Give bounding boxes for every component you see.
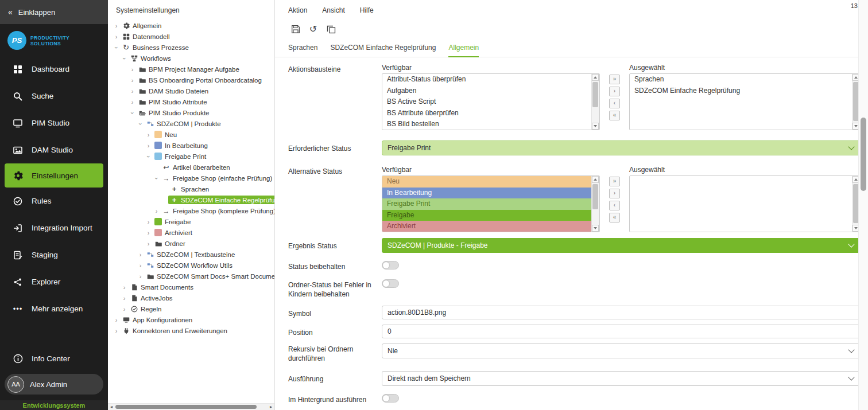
scroll-up-icon[interactable] [592,74,599,81]
sidebar-item-mehr-anzeigen[interactable]: •••Mehr anzeigen [0,295,108,322]
tree-node[interactable]: Workflows [128,54,173,63]
move-all-right-button[interactable]: » [609,177,620,186]
tree-node[interactable]: Datenmodell [120,32,172,41]
tree-node[interactable]: ↻Business Prozesse [120,43,191,52]
tree-node[interactable]: In Bearbeitung [152,141,210,150]
tree-node[interactable]: →Freigabe Shop (einfache Prüfung) [160,174,274,182]
expand-arrow-icon[interactable]: › [121,306,128,313]
copy-button[interactable] [326,24,336,35]
list-option-freigabe-print[interactable]: Freigabe Print [382,198,592,210]
tree-item-datenmodell[interactable]: ›Datenmodell [108,31,274,42]
scrollbar-thumb[interactable] [861,118,866,191]
expand-arrow-icon[interactable]: › [145,218,152,225]
tree-item-sdzecom-einfache-regelpruefung[interactable]: +SDZeCOM Einfache Regelprüfung [108,194,274,205]
menu-aktion[interactable]: Aktion [288,6,307,14]
ausfuehrung-select[interactable]: Direkt nach dem Speichern [382,371,861,386]
tree-node[interactable]: DAM Studio Dateien [136,87,211,95]
tree-item-pim-studio-attribute[interactable]: ›PIM Studio Attribute [108,96,274,107]
expand-arrow-icon[interactable]: › [113,33,120,40]
tree-item-sdzecom-workflow-utils[interactable]: ›SDZeCOM Workflow Utils [108,260,274,271]
expand-arrow-icon[interactable]: › [113,22,120,29]
collapse-arrow-icon[interactable]: › [137,120,144,127]
sidebar-item-staging[interactable]: Staging [0,241,108,268]
tab-allgemein[interactable]: Allgemein [448,44,479,57]
menu-hilfe[interactable]: Hilfe [360,6,374,14]
scrollbar-thumb[interactable] [115,405,257,409]
menu-ansicht[interactable]: Ansicht [322,6,344,14]
tree-node[interactable]: SDZeCOM | Produkte [144,119,223,128]
tree-node[interactable]: SDZeCOM Smart Docs+ Smart Documents+ Ele… [144,272,275,280]
move-right-button[interactable]: › [609,189,620,198]
erforderlicher-status-select[interactable]: Freigabe Print [382,140,861,155]
position-input[interactable] [382,325,861,338]
tree-item-bpm-project-manager-aufgabe[interactable]: ›BPM Project Manager Aufgabe [108,64,274,75]
tree-node[interactable]: SDZeCOM Workflow Utils [144,261,235,270]
collapse-arrow-icon[interactable]: › [145,153,152,160]
list-option-bs-bild-bestellen[interactable]: BS Bild bestellen [382,119,592,130]
list-option-archiviert[interactable]: Archiviert [382,221,592,232]
scroll-down-icon[interactable] [592,225,599,232]
scroll-down-icon[interactable] [592,123,599,130]
sidebar-item-einstellungen[interactable]: Einstellungen [5,163,103,188]
scroll-left-icon[interactable]: ◂ [108,404,114,409]
list-option-in-bearbeitung[interactable]: In Bearbeitung [382,188,592,199]
tree-item-app-konfigurationen[interactable]: ›App Konfigurationen [108,314,274,325]
sidebar-item-integration-import[interactable]: Integration Import [0,214,108,241]
tree-node[interactable]: ActiveJobs [128,294,175,302]
expand-arrow-icon[interactable]: › [113,327,120,334]
tree-node[interactable]: SDZeCOM | Textbausteine [144,250,237,259]
tab-sdzecom-einfache-regelpruefung[interactable]: SDZeCOM Einfache Regelprüfung [330,44,436,57]
tree-item-konnektoren-und-erweiterungen[interactable]: ›Konnektoren und Erweiterungen [108,325,274,336]
expand-arrow-icon[interactable]: › [137,262,144,269]
list-option-sdzecom-einfache-regelpruefung[interactable]: SDZeCOM Einfache Regelprüfung [630,85,852,97]
tree-node-selected[interactable]: +SDZeCOM Einfache Regelprüfung [168,196,275,204]
sidebar-item-info-center[interactable]: Info Center [0,345,108,372]
move-right-button[interactable]: › [609,87,620,96]
collapse-arrow-icon[interactable]: › [129,109,136,116]
expand-arrow-icon[interactable]: › [145,229,152,236]
tree-item-sdzecom-smart-docs-smart-documents-elen[interactable]: ›SDZeCOM Smart Docs+ Smart Documents+ El… [108,271,274,282]
status-beibehalten-toggle[interactable] [382,261,399,270]
tree-item-freigabe[interactable]: ›Freigabe [108,216,274,227]
tree-node[interactable]: Freigabe Print [152,152,208,161]
user-menu[interactable]: AA Alex Admin [5,374,103,395]
collapse-arrow-icon[interactable]: › [153,174,160,182]
tree-node[interactable]: →Freigabe Shop (komplexe Prüfung) [160,206,275,215]
tree-item-freigabe-shop-einfache-pruefung[interactable]: ›→Freigabe Shop (einfache Prüfung) [108,173,274,183]
aktionsbausteine-available-list[interactable]: Attribut-Status überprüfenAufgabenBS Act… [382,73,600,130]
sidebar-item-suche[interactable]: Suche [0,83,108,110]
scrollbar-thumb[interactable] [592,82,598,107]
tree-item-activejobs[interactable]: ›ActiveJobs [108,292,274,303]
expand-arrow-icon[interactable]: › [121,284,128,291]
expand-arrow-icon[interactable]: › [145,142,152,149]
tree-node[interactable]: Smart Documents [128,283,196,291]
list-option-freigabe[interactable]: Freigabe [382,210,592,221]
expand-arrow-icon[interactable]: › [113,317,120,323]
collapse-sidebar-button[interactable]: « Einklappen [0,0,108,24]
tree-item-allgemein[interactable]: ›Allgemein [108,20,274,31]
tree-node[interactable]: PIM Studio Attribute [136,97,210,106]
tree-item-regeln[interactable]: ›Regeln [108,303,274,314]
sidebar-item-explorer[interactable]: Explorer [0,268,108,295]
main-vertical-scrollbar[interactable] [858,0,868,410]
aktionsbausteine-selected-list[interactable]: SprachenSDZeCOM Einfache Regelprüfung [629,73,861,130]
list-option-aufgaben[interactable]: Aufgaben [382,85,592,97]
tree-item-sdzecom-produkte[interactable]: ›SDZeCOM | Produkte [108,118,274,129]
tree-node[interactable]: PIM Studio Produkte [136,108,211,117]
save-button[interactable] [290,24,301,35]
move-left-button[interactable]: ‹ [609,201,620,210]
expand-arrow-icon[interactable]: › [129,66,136,73]
refresh-button[interactable]: ↺ [308,24,319,35]
tree-item-bs-onboarding-portal-onboardcatalog[interactable]: ›BS Onboarding Portal Onboardcatalog [108,75,274,85]
move-left-button[interactable]: ‹ [609,99,620,108]
tree-item-sprachen[interactable]: +Sprachen [108,183,274,194]
tree-item-ordner[interactable]: ›Ordner [108,238,274,249]
list-option-neu[interactable]: Neu [382,176,592,188]
tree-node[interactable]: Freigabe [152,217,193,226]
tree-item-archiviert[interactable]: ›Archiviert [108,227,274,238]
move-all-right-button[interactable]: » [609,75,620,84]
collapse-arrow-icon[interactable]: › [121,54,128,62]
tree-node[interactable]: BPM Project Manager Aufgabe [136,65,242,73]
collapse-arrow-icon[interactable]: › [113,44,120,51]
tree-node[interactable]: App Konfigurationen [120,315,195,324]
